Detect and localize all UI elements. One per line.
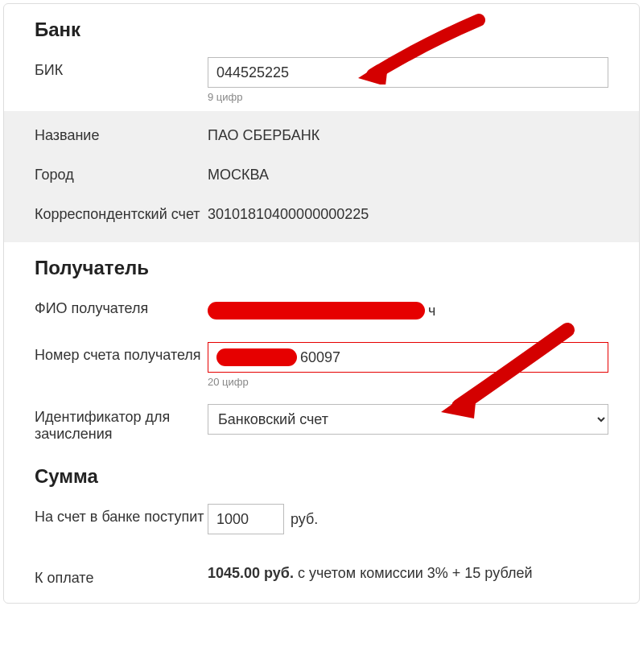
account-redacted <box>216 348 297 366</box>
arrive-input[interactable] <box>208 504 284 534</box>
pay-text: 1045.00 руб. с учетом комиссии 3% + 15 р… <box>208 565 608 582</box>
account-label: Номер счета получателя <box>35 342 208 364</box>
payment-form: Банк БИК 9 цифр Название ПАО СБЕРБАНК Го… <box>3 3 640 604</box>
bank-corr-row: Корреспондентский счет 30101810400000000… <box>4 195 639 234</box>
pay-amount: 1045.00 руб. <box>208 565 294 581</box>
bank-city-label: Город <box>35 167 208 183</box>
account-input[interactable]: 60097 <box>208 342 608 373</box>
fio-row: ФИО получателя ч <box>4 287 639 334</box>
identifier-row: Идентификатор для зачисления Банковский … <box>4 396 639 451</box>
bik-label: БИК <box>35 57 208 79</box>
arrive-unit: руб. <box>291 511 318 527</box>
bank-name-label: Название <box>35 127 208 144</box>
fio-label: ФИО получателя <box>35 295 208 317</box>
bank-name-value: ПАО СБЕРБАНК <box>208 127 608 144</box>
account-row: Номер счета получателя 60097 20 цифр <box>4 334 639 396</box>
pay-note: с учетом комиссии 3% + 15 рублей <box>294 565 532 581</box>
account-hint: 20 цифр <box>208 376 608 388</box>
bank-city-row: Город МОСКВА <box>4 155 639 195</box>
recipient-section-title: Получатель <box>4 242 639 287</box>
account-visible: 60097 <box>300 349 340 366</box>
arrive-label: На счет в банке поступит <box>35 504 208 526</box>
bank-corr-value: 30101810400000000225 <box>208 206 608 223</box>
fio-redacted <box>208 302 425 320</box>
bik-input[interactable] <box>208 57 608 88</box>
sum-section-title: Сумма <box>4 451 639 496</box>
bik-hint: 9 цифр <box>208 91 608 103</box>
pay-row: К оплате 1045.00 руб. с учетом комиссии … <box>4 542 639 595</box>
bik-row: БИК 9 цифр <box>4 49 639 111</box>
identifier-label: Идентификатор для зачисления <box>35 404 208 443</box>
arrive-row: На счет в банке поступит руб. <box>4 496 639 542</box>
pay-label: К оплате <box>35 565 208 587</box>
bank-city-value: МОСКВА <box>208 167 608 183</box>
identifier-select[interactable]: Банковский счет <box>208 404 608 435</box>
bank-section-title: Банк <box>4 4 639 49</box>
fio-value: ч <box>208 295 608 326</box>
fio-suffix: ч <box>428 303 435 320</box>
bank-name-row: Название ПАО СБЕРБАНК <box>4 116 639 155</box>
bank-corr-label: Корреспондентский счет <box>35 206 208 223</box>
bank-auto-block: Название ПАО СБЕРБАНК Город МОСКВА Корре… <box>4 111 639 242</box>
